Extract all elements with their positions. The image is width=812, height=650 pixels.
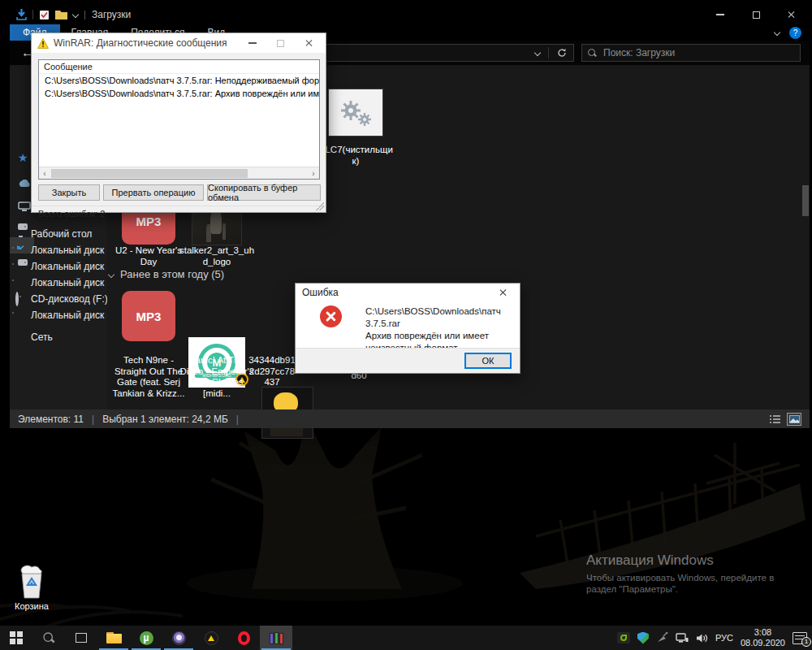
disk-icon (15, 310, 28, 320)
disk-icon (15, 277, 28, 288)
utorrent-icon: µ (140, 631, 153, 645)
winrar-minimize-button[interactable] (240, 33, 266, 53)
recycle-bin[interactable]: Корзина (5, 564, 58, 611)
language-indicator[interactable]: РУС (715, 633, 733, 643)
watermark-title: Активация Windows (586, 552, 774, 569)
close-button[interactable] (774, 5, 810, 24)
nvidia-tray-icon[interactable] (617, 632, 630, 644)
group-header-earlier-this-year[interactable]: Ранее в этом году (5) (109, 268, 224, 280)
scroll-left-arrow-icon[interactable]: ‹ (39, 169, 50, 178)
horizontal-scrollbar[interactable]: ‹ › (39, 167, 319, 179)
recycle-bin-icon (18, 564, 45, 600)
message-row[interactable]: C:\Users\BOSS\Downloads\патч 3.7.5.rar: … (39, 74, 319, 87)
search-box[interactable] (581, 44, 801, 62)
search-icon (43, 632, 54, 644)
window-title: Загрузки (92, 9, 131, 20)
taskbar-search-button[interactable] (32, 626, 65, 650)
error-file-path: C:\Users\BOSS\Downloads\патч 3.7.5.rar (365, 306, 520, 330)
os-disk-icon (15, 245, 28, 255)
winrar-maximize-button (267, 33, 293, 53)
file-hash-label[interactable]: 34344db91 2d297cc78 437 (244, 355, 300, 388)
sidebar-item-network[interactable]: Сеть (10, 329, 107, 345)
message-row[interactable]: C:\Users\BOSS\Downloads\патч 3.7.5.rar: … (39, 87, 319, 100)
file-u2-label[interactable]: U2 - New Year's Day (114, 245, 184, 267)
defender-shield-icon[interactable] (637, 632, 649, 644)
start-button[interactable] (0, 626, 32, 650)
address-divider (548, 47, 549, 58)
sidebar-item-disk-c[interactable]: Локальный диск (C (10, 242, 107, 258)
scroll-right-arrow-icon[interactable]: › (308, 169, 319, 178)
opera-icon (238, 631, 250, 645)
taskbar-explorer-button[interactable] (97, 626, 130, 650)
aimp-icon (205, 631, 218, 645)
copy-to-clipboard-button[interactable]: Скопировать в буфер обмена (207, 184, 321, 201)
quick-access-star-icon[interactable]: ★ (18, 151, 28, 164)
this-pc-icon[interactable] (18, 202, 31, 214)
address-dropdown-chevron-icon[interactable] (534, 50, 541, 56)
refresh-icon[interactable] (557, 48, 567, 58)
taskbar-utorrent-button[interactable]: µ (130, 626, 162, 650)
error-icon (320, 306, 342, 327)
task-view-button[interactable] (65, 626, 97, 650)
taskbar-disc-app-button[interactable] (162, 626, 195, 650)
windows-logo-icon (10, 631, 23, 644)
sidebar-item-desktop[interactable]: Рабочий стол (10, 226, 107, 242)
watermark-line1: Чтобы активировать Windows, перейдите в (586, 572, 774, 583)
error-count-status: Всего ошибок: 2 (32, 206, 326, 219)
ribbon-expand-chevron-icon[interactable] (774, 29, 780, 36)
minimize-button[interactable] (702, 5, 738, 24)
wallpaper-art (0, 406, 812, 650)
watermark-line2: раздел "Параметры". (586, 583, 774, 595)
qat-customize-chevron-icon[interactable] (72, 11, 79, 18)
network-tray-icon[interactable] (676, 633, 689, 644)
winrar-close-icon[interactable] (296, 33, 322, 53)
folder-icon (106, 632, 122, 644)
search-icon (588, 49, 597, 58)
file-tech-n9ne-label[interactable]: Tech N9ne - Straight Out The Gate (feat.… (112, 355, 185, 399)
thumbnails-view-button[interactable] (787, 413, 801, 426)
details-view-button[interactable] (767, 413, 782, 426)
file-stalker-label[interactable]: stalker2_art_3_uhd_logo (178, 245, 256, 267)
winrar-dialog-title: WinRAR: Диагностические сообщения (54, 37, 227, 49)
sidebar-item-disk-e[interactable]: Локальный диск E (10, 275, 107, 291)
taskbar-winrar-button[interactable] (260, 626, 292, 650)
qat-new-folder-icon[interactable] (55, 10, 67, 20)
maximize-button[interactable] (738, 5, 774, 24)
sidebar-item-disk-g[interactable]: Локальный диск (G (10, 307, 107, 323)
sidebar-items: Рабочий стол Локальный диск (C Локальный… (10, 226, 107, 345)
error-close-icon[interactable] (490, 284, 516, 301)
taskbar-opera-button[interactable] (227, 626, 260, 650)
downloads-window-icon (16, 9, 27, 20)
abort-operation-button[interactable]: Прервать операцию (103, 184, 204, 201)
error-dialog: Ошибка C:\Users\BOSS\Downloads\патч 3.7.… (295, 283, 520, 374)
group-collapse-chevron-icon[interactable] (108, 271, 114, 277)
vertical-scrollbar-thumb[interactable] (802, 185, 809, 216)
taskbar-clock[interactable]: 3:08 08.09.2020 (741, 627, 785, 648)
message-list[interactable]: Сообщение C:\Users\BOSS\Downloads\патч 3… (38, 59, 320, 180)
taskbar: µ РУС 3:08 08.09.2020 1 (0, 626, 812, 650)
help-icon[interactable]: ? (789, 27, 801, 39)
file-nlc7-label[interactable]: NLC7(чистильщик) (318, 145, 393, 167)
network-icon (15, 332, 28, 342)
clock-time: 3:08 (741, 627, 785, 638)
message-column-header[interactable]: Сообщение (39, 60, 319, 74)
qat-properties-icon[interactable] (39, 10, 50, 20)
antenna-tray-icon[interactable] (656, 632, 668, 644)
task-view-icon (76, 633, 87, 643)
winrar-dialog: WinRAR: Диагностические сообщения Сообще… (31, 32, 326, 213)
search-input[interactable] (602, 46, 794, 59)
taskbar-aimp-button[interactable] (195, 626, 227, 650)
file-nlc7[interactable] (329, 89, 382, 136)
close-dialog-button[interactable]: Закрыть (38, 184, 100, 201)
onedrive-cloud-icon[interactable] (18, 177, 31, 190)
sidebar-item-cd-f[interactable]: CD-дисковод (F:) (10, 291, 107, 307)
error-dialog-title: Ошибка (296, 284, 520, 301)
ok-button[interactable]: ОК (464, 353, 512, 369)
horizontal-scrollbar-thumb[interactable] (51, 169, 248, 178)
system-tray: РУС 3:08 08.09.2020 1 (617, 626, 812, 650)
action-center-icon[interactable]: 1 (793, 632, 807, 644)
file-tech-n9ne-mp3[interactable]: MP3 (122, 291, 175, 341)
sidebar-item-disk-d[interactable]: Локальный диск (D (10, 258, 107, 275)
volume-tray-icon[interactable] (696, 633, 708, 644)
resize-grip[interactable] (316, 202, 324, 210)
